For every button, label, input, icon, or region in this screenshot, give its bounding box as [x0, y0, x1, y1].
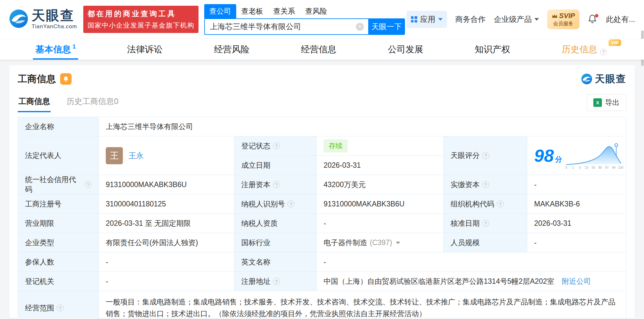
- svg-text:3: 3: [579, 166, 581, 169]
- field-value-taxpayer-id: 91310000MAKABK3B6U: [317, 194, 444, 214]
- clear-search-icon[interactable]: ×: [356, 23, 364, 31]
- field-label-business-scope: 经营范围: [18, 291, 99, 318]
- field-label-approval-date: 核准日期: [444, 214, 527, 233]
- tab-company-development[interactable]: 公司发展: [388, 39, 423, 60]
- legal-rep-name-link[interactable]: 王永: [129, 151, 144, 161]
- tab-count-badge: 1: [73, 43, 76, 50]
- field-value-approval-date: 2026-03-31: [527, 214, 626, 233]
- help-icon[interactable]: [482, 152, 489, 159]
- tab-operating-info[interactable]: 经营信息: [301, 39, 336, 60]
- user-menu[interactable]: 此处有...: [606, 14, 635, 24]
- business-info-table: 企业名称 上海芯三维半导体有限公司 法定代表人 王 王永 登记状态 存续 成立日…: [18, 117, 626, 318]
- field-value-english-name: -: [317, 252, 626, 272]
- help-icon[interactable]: [273, 181, 280, 188]
- svg-text:99: 99: [612, 166, 616, 169]
- subtab-history-business-info[interactable]: 历史工商信息0: [66, 93, 119, 112]
- help-icon[interactable]: [85, 181, 92, 188]
- field-label-registered-capital: 注册资本: [234, 175, 317, 194]
- subtab-label: 历史工商信息: [66, 97, 114, 106]
- help-icon[interactable]: [287, 200, 294, 207]
- help-icon[interactable]: [482, 220, 489, 227]
- subtab-business-info[interactable]: 工商信息: [18, 93, 51, 112]
- field-value-company-name: 上海芯三维半导体有限公司: [99, 117, 626, 136]
- help-icon[interactable]: [273, 278, 280, 285]
- export-button[interactable]: 导出: [587, 94, 626, 111]
- help-icon[interactable]: [57, 304, 64, 311]
- field-value-paid-capital: -: [527, 175, 626, 194]
- tab-basic-info[interactable]: 基本信息 1: [35, 39, 76, 60]
- field-value-registration-number: 310000401180125: [99, 194, 234, 214]
- search-tab-risk[interactable]: 查风险: [300, 4, 332, 18]
- search-tabs: 查公司 查老板 查关系 查风险: [204, 4, 405, 18]
- field-value-registration-authority: -: [99, 272, 234, 291]
- field-label-staff-size: 人员规模: [444, 233, 527, 252]
- help-icon[interactable]: [497, 200, 504, 207]
- tianyancha-watermark-icon: [581, 73, 592, 85]
- subtab-count: 0: [114, 97, 118, 106]
- tab-operating-risk[interactable]: 经营风险: [214, 39, 249, 60]
- tab-history-info[interactable]: 历史信息 VIP: [562, 39, 607, 60]
- help-icon[interactable]: [482, 181, 489, 188]
- search-tab-relation[interactable]: 查关系: [268, 4, 300, 18]
- search-button[interactable]: 天眼一下: [368, 18, 405, 35]
- promo-badge: 都在用的商业查询工具 国家中小企业发展子基金旗下机构: [83, 6, 199, 33]
- svg-text:50: 50: [592, 166, 596, 169]
- svg-text:100: 100: [618, 166, 623, 169]
- score-curve-chart: 0 1 3 15 50 85 97 99 100: [565, 141, 623, 170]
- field-value-industry: 电子器件制造 (C397): [317, 233, 444, 252]
- field-label-establish-date: 成立日期: [234, 156, 317, 175]
- field-label-industry: 国标行业: [234, 233, 317, 252]
- help-icon[interactable]: [600, 49, 607, 55]
- excel-icon: [593, 98, 602, 107]
- tab-label: 知识产权: [475, 43, 510, 55]
- field-value-organization-code: MAKABK3B-6: [527, 194, 626, 214]
- tab-intellectual-property[interactable]: 知识产权: [475, 39, 510, 60]
- field-label-english-name: 英文名称: [234, 252, 317, 272]
- field-label-insured-count: 参保人数: [18, 252, 99, 272]
- status-badge: 存续: [324, 139, 348, 153]
- expand-industry-icon[interactable]: [396, 242, 400, 246]
- tab-label: 法律诉讼: [127, 43, 163, 55]
- menu-enterprise-products[interactable]: 企业级产品: [494, 14, 539, 24]
- field-label-company-name: 企业名称: [18, 117, 99, 136]
- field-value-company-type: 有限责任公司(外国法人独资): [99, 233, 234, 252]
- search-tab-company[interactable]: 查公司: [204, 4, 236, 18]
- top-header: 天眼查 TianYanCha.com 都在用的商业查询工具 国家中小企业发展子基…: [0, 0, 644, 39]
- industry-code: (C397): [370, 238, 392, 247]
- apps-menu[interactable]: 应用: [407, 11, 447, 28]
- header-menu: 应用 商务合作 企业级产品 SVIP 会员服务 此处有...: [407, 10, 635, 29]
- score-value: 98: [534, 147, 554, 165]
- notification-dot: [595, 14, 598, 17]
- tab-label: 历史信息: [562, 43, 597, 55]
- field-value-business-term: 2026-03-31 至 无固定期限: [99, 214, 234, 233]
- svip-sublabel: 会员服务: [552, 21, 575, 27]
- field-value-insured-count: -: [99, 252, 234, 272]
- search-tab-boss[interactable]: 查老板: [236, 4, 268, 18]
- legal-rep-avatar[interactable]: 王: [106, 147, 123, 164]
- svip-label: SVIP: [559, 12, 575, 20]
- field-label-registration-status: 登记状态: [234, 136, 317, 156]
- svg-text:0: 0: [565, 166, 567, 169]
- field-value-legal-representative: 王 王永: [99, 136, 234, 175]
- field-label-registration-number: 工商注册号: [18, 194, 99, 214]
- nearby-companies-link[interactable]: 附近公司: [562, 277, 591, 286]
- menu-cooperation[interactable]: 商务合作: [455, 14, 486, 24]
- tianyancha-logo[interactable]: 天眼查 TianYanCha.com: [9, 9, 77, 30]
- field-label-business-term: 营业期限: [18, 214, 99, 233]
- tab-label: 公司发展: [388, 43, 423, 55]
- field-value-taxpayer-quality: -: [317, 214, 444, 233]
- vip-badge: VIP: [609, 39, 621, 46]
- field-value-staff-size: -: [527, 233, 626, 252]
- field-value-registered-capital: 43200万美元: [317, 175, 444, 194]
- notification-bell-icon[interactable]: [588, 14, 598, 25]
- help-icon[interactable]: [273, 142, 280, 149]
- search-input[interactable]: [204, 18, 368, 35]
- enterprise-label: 企业级产品: [494, 14, 532, 24]
- tab-legal-proceedings[interactable]: 法律诉讼: [127, 39, 163, 60]
- promo-line1: 都在用的商业查询工具: [87, 9, 194, 19]
- subscribe-bell-icon[interactable]: [60, 73, 72, 85]
- export-label: 导出: [605, 98, 620, 107]
- field-label-credit-code: 统一社会信用代码: [18, 175, 99, 194]
- field-value-establish-date: 2026-03-31: [317, 156, 444, 175]
- svip-membership-button[interactable]: SVIP 会员服务: [547, 10, 579, 29]
